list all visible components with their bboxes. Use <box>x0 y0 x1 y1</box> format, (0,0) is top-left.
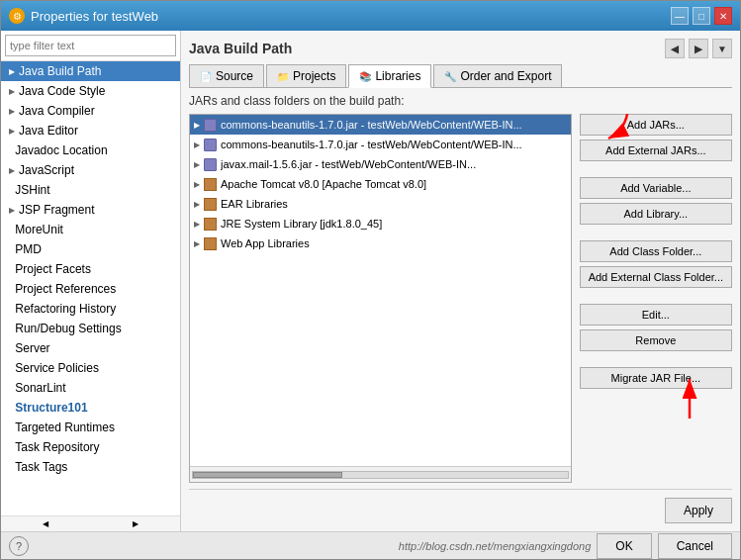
sidebar-item-label: Refactoring History <box>15 302 116 316</box>
jar-list-item[interactable]: ▶ EAR Libraries <box>190 194 571 214</box>
jar-type-icon <box>203 118 217 132</box>
sidebar-item[interactable]: ▶ Java Compiler <box>1 101 180 121</box>
sidebar-item-label: Structure101 <box>15 401 87 415</box>
sidebar-item[interactable]: PMD <box>1 239 180 259</box>
jar-icon <box>204 119 217 132</box>
jar-list-item[interactable]: ▶ Apache Tomcat v8.0 [Apache Tomcat v8.0… <box>190 174 571 194</box>
nav-back-btn[interactable]: ◀ <box>665 39 685 58</box>
sidebar-arrow <box>9 146 11 155</box>
add-variable-button[interactable]: Add Variable... <box>580 177 732 199</box>
button-spacer <box>580 355 732 363</box>
tab-source[interactable]: 📄Source <box>189 64 264 87</box>
maximize-button[interactable]: □ <box>693 7 710 25</box>
jar-arrow: ▶ <box>194 239 200 248</box>
filter-input[interactable] <box>5 35 176 56</box>
sidebar-item[interactable]: Project Facets <box>1 259 180 279</box>
jar-scrollbar[interactable] <box>190 466 571 482</box>
sidebar-item[interactable]: Project References <box>1 279 180 299</box>
add-jars-button[interactable]: Add JARs... <box>580 114 732 136</box>
cancel-button[interactable]: Cancel <box>658 533 732 559</box>
footer-url: http://blog.csdn.net/mengxiangxingdong <box>399 540 591 552</box>
jar-label: javax.mail-1.5.6.jar - testWeb/WebConten… <box>221 158 476 170</box>
sidebar-item[interactable]: Run/Debug Settings <box>1 319 180 338</box>
sidebar-item[interactable]: MoreUnit <box>1 220 180 239</box>
add-external-jars-button[interactable]: Add External JARs... <box>580 140 732 161</box>
jar-icon <box>204 139 217 151</box>
sidebar-item[interactable]: ▶ JavaScript <box>1 160 180 180</box>
sidebar-item[interactable]: ▶ JSP Fragment <box>1 200 180 220</box>
scroll-left-btn[interactable]: ◀ <box>1 519 91 528</box>
sidebar-arrow <box>9 325 11 333</box>
tab-order-and-export[interactable]: 🔧Order and Export <box>433 64 562 87</box>
jar-type-icon <box>203 138 217 151</box>
sidebar-item[interactable]: Javadoc Location <box>1 140 180 160</box>
migrate-jar-button[interactable]: Migrate JAR File... <box>580 367 732 389</box>
build-path-content: ▶ commons-beanutils-1.7.0.jar - testWeb/… <box>189 114 732 483</box>
sidebar-arrow <box>9 186 11 195</box>
sidebar-item-label: Java Build Path <box>19 64 101 78</box>
jar-arrow: ▶ <box>194 180 200 189</box>
sidebar-item[interactable]: Server <box>1 338 180 358</box>
footer: ? http://blog.csdn.net/mengxiangxingdong… <box>1 531 740 559</box>
sidebar-arrow <box>9 245 11 254</box>
button-spacer <box>580 165 732 173</box>
sidebar-arrow <box>9 364 11 373</box>
apply-button[interactable]: Apply <box>665 498 732 523</box>
sidebar-item[interactable]: Structure101 <box>1 398 180 418</box>
ok-button[interactable]: OK <box>597 533 651 559</box>
jar-list-panel: ▶ commons-beanutils-1.7.0.jar - testWeb/… <box>189 114 572 483</box>
sidebar-item[interactable]: JSHint <box>1 180 180 200</box>
sidebar-arrow <box>9 443 11 452</box>
jar-arrow: ▶ <box>194 160 200 169</box>
sidebar-item[interactable]: ▶ Java Code Style <box>1 81 180 101</box>
sidebar-item[interactable]: Task Tags <box>1 457 180 477</box>
nav-dropdown-btn[interactable]: ▼ <box>712 39 732 58</box>
sidebar-arrow: ▶ <box>9 166 15 175</box>
sidebar-item-label: Run/Debug Settings <box>15 322 121 335</box>
title-bar: ⚙ Properties for testWeb — □ ✕ <box>1 1 740 31</box>
sidebar-item-label: JSP Fragment <box>19 203 94 217</box>
nav-forward-btn[interactable]: ▶ <box>689 39 708 58</box>
minimize-button[interactable]: — <box>671 7 689 25</box>
sidebar-item[interactable]: ▶ Java Build Path <box>1 61 180 81</box>
sidebar-item[interactable]: Refactoring History <box>1 299 180 319</box>
jar-label: commons-beanutils-1.7.0.jar - testWeb/We… <box>221 139 522 150</box>
sidebar-item-label: Task Tags <box>15 460 67 474</box>
main-header: Java Build Path ◀ ▶ ▼ <box>189 39 732 58</box>
sidebar-arrow <box>9 384 11 393</box>
add-external-class-folder-button[interactable]: Add External Class Folder... <box>580 266 732 288</box>
tab-projects[interactable]: 📁Projects <box>266 64 346 87</box>
jar-type-icon <box>203 177 217 191</box>
help-button[interactable]: ? <box>9 536 29 556</box>
close-button[interactable]: ✕ <box>714 7 732 25</box>
add-class-folder-button[interactable]: Add Class Folder... <box>580 240 732 262</box>
jar-list-item[interactable]: ▶ Web App Libraries <box>190 233 571 253</box>
jar-type-icon <box>203 236 217 250</box>
jar-list-item[interactable]: ▶ commons-beanutils-1.7.0.jar - testWeb/… <box>190 135 571 154</box>
jar-label: Web App Libraries <box>221 237 310 249</box>
tab-label: Source <box>216 69 253 83</box>
button-spacer <box>580 292 732 300</box>
sidebar-item[interactable]: Targeted Runtimes <box>1 418 180 437</box>
edit-button[interactable]: Edit... <box>580 304 732 326</box>
remove-button[interactable]: Remove <box>580 329 732 351</box>
sidebar-item[interactable]: Service Policies <box>1 358 180 378</box>
sidebar-item[interactable]: SonarLint <box>1 378 180 398</box>
properties-window: ⚙ Properties for testWeb — □ ✕ ▶ Java Bu… <box>0 0 741 560</box>
build-path-desc: JARs and class folders on the build path… <box>189 94 732 108</box>
jar-type-icon <box>203 157 217 171</box>
sidebar-item[interactable]: Task Repository <box>1 437 180 457</box>
sidebar-item-label: MoreUnit <box>15 223 63 236</box>
scroll-right-btn[interactable]: ▶ <box>91 519 181 528</box>
add-library-button[interactable]: Add Library... <box>580 203 732 225</box>
tabs-bar: 📄Source📁Projects📚Libraries🔧Order and Exp… <box>189 64 732 88</box>
scrollbar-track <box>192 471 569 479</box>
button-spacer <box>580 229 732 236</box>
jar-list-item[interactable]: ▶ JRE System Library [jdk1.8.0_45] <box>190 214 571 233</box>
scrollbar-thumb <box>193 472 342 478</box>
jar-list-item[interactable]: ▶ javax.mail-1.5.6.jar - testWeb/WebCont… <box>190 154 571 174</box>
sidebar-item[interactable]: ▶ Java Editor <box>1 121 180 140</box>
sidebar-scroll: ◀ ▶ <box>1 515 180 531</box>
jar-list-item[interactable]: ▶ commons-beanutils-1.7.0.jar - testWeb/… <box>190 115 571 135</box>
tab-libraries[interactable]: 📚Libraries <box>348 64 431 88</box>
